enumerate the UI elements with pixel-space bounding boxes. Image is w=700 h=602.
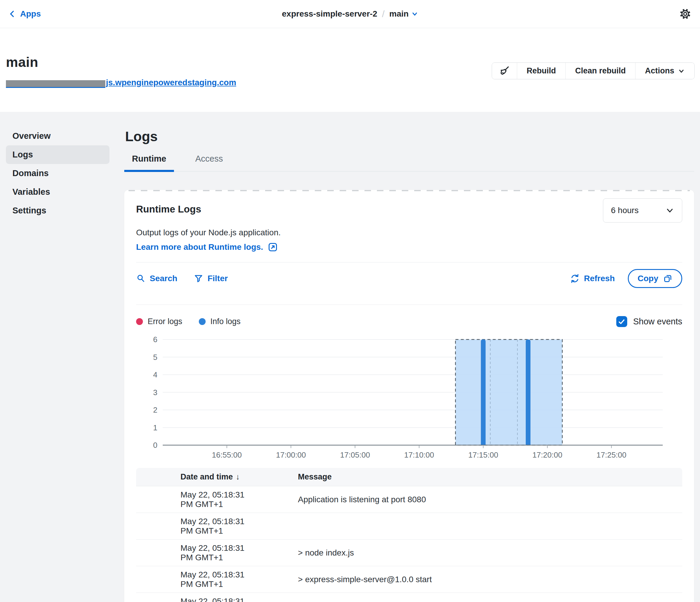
environment-url-link[interactable]: js.wpenginepoweredstaging.com bbox=[6, 78, 236, 87]
app-page: Apps express-simple-server-2 / main main bbox=[0, 0, 700, 602]
sweep-cache-button[interactable] bbox=[492, 63, 517, 79]
events-region bbox=[455, 339, 562, 445]
card-description: Output logs of your Node.js application. bbox=[136, 228, 682, 237]
show-events-checkbox[interactable] bbox=[616, 316, 627, 327]
copy-label: Copy bbox=[638, 274, 658, 283]
refresh-button[interactable]: Refresh bbox=[570, 273, 615, 284]
check-icon bbox=[618, 318, 625, 326]
date-column-label: Date and time bbox=[180, 472, 233, 481]
svg-text:17:10:00: 17:10:00 bbox=[404, 451, 434, 459]
copy-logs-button[interactable]: Copy bbox=[628, 269, 682, 288]
log-timestamp: May 22, 05:18:31 PM GMT+1 bbox=[136, 570, 254, 589]
bar-info-logs bbox=[526, 339, 530, 445]
column-message: Message bbox=[254, 472, 682, 482]
bar-info-logs bbox=[481, 339, 485, 445]
svg-text:1: 1 bbox=[153, 423, 157, 432]
redaction-overlay bbox=[6, 80, 105, 88]
chart-legend-row: Error logs Info logs Show events bbox=[136, 305, 682, 327]
legend-error-label: Error logs bbox=[148, 317, 182, 326]
search-label: Search bbox=[150, 274, 177, 283]
breadcrumb-separator: / bbox=[382, 8, 384, 20]
settings-gear-button[interactable] bbox=[679, 8, 691, 20]
error-logs-dot-icon bbox=[136, 318, 143, 325]
section-title: Logs bbox=[125, 128, 694, 144]
environment-sidebar-nav: OverviewLogsDomainsVariablesSettings bbox=[6, 127, 109, 602]
table-header-row: Date and time↓ Message bbox=[136, 468, 682, 486]
breadcrumb-app-name: express-simple-server-2 bbox=[282, 9, 377, 19]
sidebar-item-settings[interactable]: Settings bbox=[6, 201, 109, 220]
log-message: > node index.js bbox=[254, 548, 682, 558]
log-table-row: May 22, 05:18:31 PM GMT+1 bbox=[136, 593, 682, 602]
filter-button[interactable]: Filter bbox=[194, 274, 227, 283]
logs-main: Logs Runtime Access Runtime Logs 6 hours bbox=[109, 127, 694, 602]
sidebar-item-variables[interactable]: Variables bbox=[6, 183, 109, 201]
logs-tabs: Runtime Access bbox=[124, 153, 694, 172]
table-body: May 22, 05:18:31 PM GMT+1Application is … bbox=[136, 486, 682, 602]
svg-text:2: 2 bbox=[153, 406, 157, 414]
learn-more-link[interactable]: Learn more about Runtime logs. bbox=[136, 242, 278, 252]
content-area: OverviewLogsDomainsVariablesSettings Log… bbox=[0, 112, 700, 602]
svg-text:3: 3 bbox=[153, 388, 157, 397]
log-message: Application is listening at port 8080 bbox=[254, 495, 682, 504]
logs-bar-chart: 012345616:55:0017:00:0017:05:0017:10:001… bbox=[136, 333, 676, 465]
chevron-down-icon bbox=[666, 206, 674, 215]
column-date-and-time[interactable]: Date and time↓ bbox=[136, 472, 254, 482]
chevron-down-icon bbox=[678, 68, 685, 75]
clean-rebuild-label: Clean rebuild bbox=[575, 66, 626, 75]
message-column-label: Message bbox=[298, 472, 332, 481]
log-timestamp: May 22, 05:18:31 PM GMT+1 bbox=[136, 490, 254, 509]
time-range-value: 6 hours bbox=[611, 206, 639, 215]
copy-icon bbox=[663, 274, 673, 283]
search-button[interactable]: Search bbox=[136, 274, 177, 283]
sidebar-item-domains[interactable]: Domains bbox=[6, 164, 109, 183]
legend-error-logs: Error logs bbox=[136, 317, 182, 326]
environment-header: main js.wpenginepoweredstaging.com Rebui… bbox=[0, 28, 700, 112]
broom-icon bbox=[499, 65, 510, 77]
svg-text:17:20:00: 17:20:00 bbox=[532, 451, 562, 459]
show-events-label: Show events bbox=[633, 317, 682, 327]
tab-access-label: Access bbox=[195, 154, 223, 163]
tab-runtime-label: Runtime bbox=[132, 154, 166, 163]
card-title: Runtime Logs bbox=[136, 203, 201, 215]
filter-icon bbox=[194, 274, 203, 283]
toolbar-right: Refresh Copy bbox=[570, 269, 682, 288]
log-table-row: May 22, 05:18:31 PM GMT+1> node index.js bbox=[136, 539, 682, 566]
svg-text:17:15:00: 17:15:00 bbox=[468, 451, 498, 459]
actions-menu-button[interactable]: Actions bbox=[635, 63, 694, 79]
logs-table: Date and time↓ Message May 22, 05:18:31 … bbox=[136, 468, 682, 602]
clean-rebuild-button[interactable]: Clean rebuild bbox=[566, 63, 635, 79]
svg-text:6: 6 bbox=[153, 335, 157, 344]
breadcrumb: express-simple-server-2 / main bbox=[282, 8, 418, 20]
log-message: > express-simple-server@1.0.0 start bbox=[254, 575, 682, 584]
environment-url-row: js.wpenginepoweredstaging.com bbox=[6, 78, 236, 89]
environment-name: main bbox=[389, 9, 408, 19]
svg-text:0: 0 bbox=[153, 441, 157, 450]
svg-text:16:55:00: 16:55:00 bbox=[212, 451, 242, 459]
filter-label: Filter bbox=[207, 274, 227, 283]
gear-icon bbox=[679, 8, 691, 20]
search-icon bbox=[136, 274, 146, 283]
environment-switcher[interactable]: main bbox=[389, 9, 418, 19]
back-label: Apps bbox=[20, 9, 41, 19]
info-logs-dot-icon bbox=[199, 318, 206, 325]
learn-more-label: Learn more about Runtime logs. bbox=[136, 242, 263, 252]
tab-access[interactable]: Access bbox=[188, 153, 230, 171]
svg-text:4: 4 bbox=[153, 370, 157, 379]
external-link-icon bbox=[268, 242, 278, 252]
chevron-left-icon bbox=[9, 10, 16, 18]
refresh-label: Refresh bbox=[584, 274, 615, 283]
legend-info-label: Info logs bbox=[210, 317, 241, 326]
back-to-apps-link[interactable]: Apps bbox=[9, 9, 41, 19]
sidebar-item-logs[interactable]: Logs bbox=[6, 145, 109, 164]
tab-runtime[interactable]: Runtime bbox=[124, 153, 174, 171]
sort-desc-icon: ↓ bbox=[236, 472, 240, 481]
rebuild-label: Rebuild bbox=[527, 66, 556, 75]
sidebar-item-overview[interactable]: Overview bbox=[6, 127, 109, 145]
time-range-select[interactable]: 6 hours bbox=[603, 198, 682, 222]
rebuild-button[interactable]: Rebuild bbox=[517, 63, 566, 79]
actions-label: Actions bbox=[645, 66, 674, 75]
top-bar: Apps express-simple-server-2 / main bbox=[0, 0, 700, 28]
show-events-toggle[interactable]: Show events bbox=[616, 316, 682, 327]
log-timestamp: May 22, 05:18:31 PM GMT+1 bbox=[136, 597, 254, 602]
environment-url-text: js.wpenginepoweredstaging.com bbox=[106, 78, 236, 87]
